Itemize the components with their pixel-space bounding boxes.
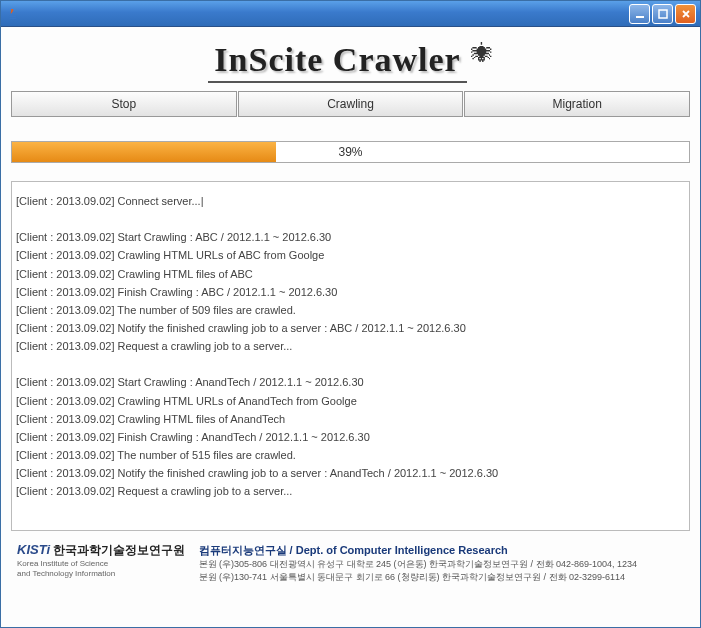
footer-org-logo: KISTi 한국과학기술정보연구원 Korea Institute of Sci… [17, 543, 185, 579]
kisti-logo-text: KISTi [17, 542, 50, 557]
app-logo-text: InScite Crawler [208, 41, 466, 83]
app-window: InScite Crawler🕷 Stop Crawling Migration… [0, 0, 701, 628]
address-1: 본원 (우)305-806 대전광역시 유성구 대학로 245 (어은동) 한국… [199, 558, 638, 571]
tab-bar: Stop Crawling Migration [11, 91, 690, 117]
org-name-en1: Korea Institute of Science [17, 559, 108, 568]
titlebar [1, 1, 700, 27]
content-area: InScite Crawler🕷 Stop Crawling Migration… [1, 27, 700, 627]
svg-rect-1 [659, 10, 667, 18]
progress-label: 39% [12, 142, 689, 162]
svg-rect-0 [636, 16, 644, 18]
address-2: 분원 (우)130-741 서울특별시 동대문구 회기로 66 (청량리동) 한… [199, 571, 638, 584]
spider-icon: 🕷 [471, 41, 493, 67]
footer: KISTi 한국과학기술정보연구원 Korea Institute of Sci… [11, 543, 690, 584]
window-controls [629, 4, 696, 24]
footer-info: 컴퓨터지능연구실 / Dept. of Computer Intelligenc… [199, 543, 638, 584]
org-name-kr: 한국과학기술정보연구원 [53, 543, 185, 557]
close-button[interactable] [675, 4, 696, 24]
dept-name: 컴퓨터지능연구실 / Dept. of Computer Intelligenc… [199, 543, 638, 558]
maximize-button[interactable] [652, 4, 673, 24]
logo-area: InScite Crawler🕷 [11, 35, 690, 83]
tab-migration[interactable]: Migration [464, 91, 690, 117]
progress-bar: 39% [11, 141, 690, 163]
tab-stop[interactable]: Stop [11, 91, 237, 117]
tab-crawling[interactable]: Crawling [238, 91, 464, 117]
log-output[interactable]: [Client : 2013.09.02] Connect server...|… [11, 181, 690, 531]
org-name-en2: and Technology Information [17, 569, 115, 578]
java-icon [5, 6, 21, 22]
minimize-button[interactable] [629, 4, 650, 24]
